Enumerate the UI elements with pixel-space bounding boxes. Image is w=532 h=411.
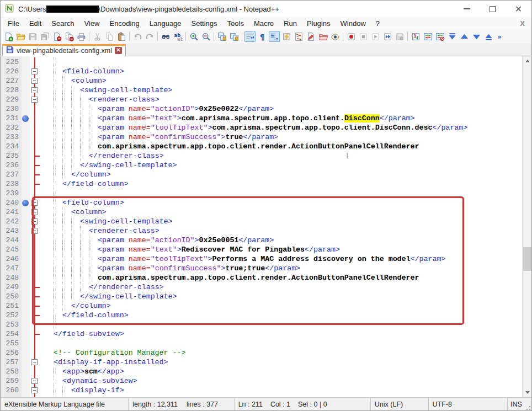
fold-cell[interactable] (30, 95, 40, 104)
paste-button[interactable] (116, 31, 127, 42)
code-text-cell[interactable]: <renderer-class> (40, 95, 531, 104)
sync-horizontal-button[interactable] (228, 31, 240, 42)
bookmark-cell[interactable] (22, 95, 30, 104)
fold-collapse-box[interactable] (31, 78, 38, 84)
code-text-cell[interactable]: <dynamic-subview> (40, 376, 531, 386)
bookmark-cell[interactable] (22, 86, 30, 95)
menu-edit[interactable]: Edit (24, 18, 46, 29)
menu-encoding[interactable]: Encoding (105, 18, 145, 29)
line-number[interactable]: 242 (1, 217, 22, 226)
bookmark-cell[interactable] (22, 217, 30, 226)
bookmark-cell[interactable] (22, 282, 30, 292)
cut-button[interactable] (92, 31, 103, 42)
line-number[interactable]: 249 (1, 282, 22, 292)
bookmark-cell[interactable] (22, 198, 30, 207)
bookmark-cell[interactable] (22, 207, 30, 217)
menu-file[interactable]: File (3, 18, 24, 29)
menu-settings[interactable]: Settings (187, 18, 222, 29)
sync-vertical-button[interactable] (216, 31, 227, 42)
line-number[interactable]: 256 (1, 348, 22, 357)
bookmark-cell[interactable] (22, 273, 30, 282)
bookmark-cell[interactable] (22, 357, 30, 367)
macro-save-button[interactable] (394, 31, 405, 42)
status-length-lines[interactable]: length : 12,311lines : 377 (129, 398, 234, 411)
fold-cell[interactable] (30, 57, 40, 67)
line-number[interactable]: 228 (1, 86, 22, 95)
compare-first-button[interactable]: 1 (410, 31, 421, 42)
menu-view[interactable]: View (79, 18, 105, 29)
nav-last-diff-button[interactable] (483, 31, 494, 42)
fold-cell[interactable] (30, 86, 40, 95)
scroll-up-arrow[interactable] (523, 56, 531, 66)
menu-macro[interactable]: Macro (249, 18, 279, 29)
fold-cell[interactable] (30, 179, 40, 189)
bookmark-cell[interactable] (22, 367, 30, 376)
bookmark-cell[interactable] (22, 142, 30, 151)
bookmark-cell[interactable] (22, 386, 30, 395)
line-number[interactable]: 226 (1, 67, 22, 76)
close-all-button[interactable] (63, 31, 75, 42)
macro-record-button[interactable] (345, 31, 357, 42)
line-number[interactable]: 235 (1, 151, 22, 161)
code-text-cell[interactable] (40, 339, 531, 348)
fold-cell[interactable] (30, 123, 40, 132)
line-number[interactable]: 258 (1, 367, 22, 376)
line-number[interactable]: 238 (1, 179, 22, 189)
code-text-cell[interactable]: <param name="confirmSuccess">true</param… (40, 132, 531, 142)
line-number[interactable]: 251 (1, 301, 22, 311)
replace-button[interactable]: abab (172, 31, 183, 42)
code-text-cell[interactable] (40, 57, 531, 67)
zoom-out-button[interactable] (200, 31, 211, 42)
code-text-cell[interactable]: </column> (40, 170, 531, 179)
code-text-cell[interactable]: <param name="text">com.aprisma.spectrum.… (40, 114, 531, 123)
bookmark-cell[interactable] (22, 179, 30, 189)
document-list-button[interactable] (305, 31, 316, 42)
bookmark-cell[interactable] (22, 236, 30, 245)
bookmark-cell[interactable] (22, 329, 30, 339)
fold-collapse-box[interactable] (31, 68, 38, 74)
menu-plugins[interactable]: Plugins (302, 18, 336, 29)
show-all-characters-button[interactable]: ¶ (257, 31, 268, 42)
bookmark-cell[interactable] (22, 67, 30, 76)
tab-view-pingabledetails-config[interactable]: view-pingabledetails-config.xml ✕ (2, 44, 126, 56)
bookmark-cell[interactable] (22, 301, 30, 311)
line-number[interactable]: 230 (1, 104, 22, 114)
fold-cell[interactable] (30, 357, 40, 367)
bookmark-cell[interactable] (22, 254, 30, 264)
find-button[interactable] (160, 31, 171, 42)
line-number[interactable]: 240 (1, 198, 22, 207)
menu-window[interactable]: Window (336, 18, 371, 29)
scroll-down-arrow[interactable] (523, 388, 531, 397)
menu-help[interactable]: ? (371, 18, 385, 29)
code-text-cell[interactable]: <app>scm</app> (40, 367, 531, 376)
compare-button[interactable] (422, 31, 433, 42)
line-number[interactable]: 247 (1, 264, 22, 273)
line-number[interactable]: 244 (1, 236, 22, 245)
menu-run[interactable]: Run (279, 18, 302, 29)
word-wrap-button[interactable] (244, 31, 256, 42)
tab-close-button[interactable]: ✕ (115, 47, 122, 54)
bookmark-cell[interactable] (22, 123, 30, 132)
minimize-button[interactable] (454, 1, 480, 17)
line-number[interactable]: 237 (1, 170, 22, 179)
bookmark-cell[interactable] (22, 311, 30, 320)
line-number[interactable]: 229 (1, 95, 22, 104)
line-number[interactable]: 259 (1, 376, 22, 386)
line-number[interactable]: 254 (1, 329, 22, 339)
fold-collapse-box[interactable] (31, 387, 38, 393)
bookmark-cell[interactable] (22, 348, 30, 357)
bookmark-cell[interactable] (22, 376, 30, 386)
editor-area[interactable]: 225226<field-column>227<column>228<swing… (1, 56, 531, 397)
line-number[interactable]: 233 (1, 132, 22, 142)
bookmark-cell[interactable] (22, 320, 30, 329)
line-number[interactable]: 234 (1, 142, 22, 151)
maximize-button[interactable] (480, 1, 506, 17)
fold-collapse-box[interactable] (31, 97, 38, 103)
line-number[interactable]: 260 (1, 386, 22, 395)
line-number[interactable]: 253 (1, 320, 22, 329)
line-number[interactable]: 248 (1, 273, 22, 282)
line-number[interactable]: 225 (1, 57, 22, 67)
bookmark-cell[interactable] (22, 189, 30, 198)
code-text-cell[interactable]: <!-- Configuration Manager --> (40, 348, 531, 357)
code-text-cell[interactable]: </field-column> (40, 179, 531, 189)
